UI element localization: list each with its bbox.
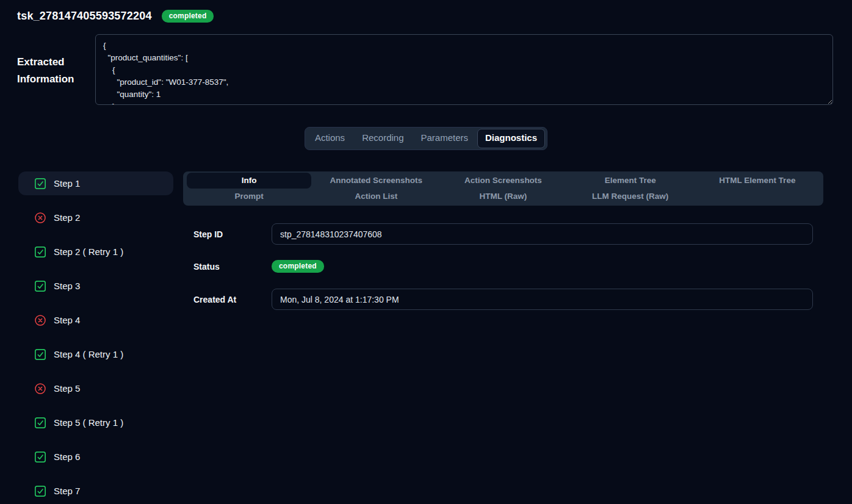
- subtab-info[interactable]: Info: [187, 173, 311, 189]
- status-row: Status completed: [193, 260, 813, 273]
- step-list-item[interactable]: Step 5: [18, 376, 173, 400]
- step-id-row: Step ID: [193, 223, 813, 245]
- step-label: Step 2: [54, 212, 80, 223]
- tab-parameters[interactable]: Parameters: [413, 129, 477, 148]
- check-square-icon: [34, 485, 46, 497]
- step-label: Step 5: [54, 383, 80, 394]
- step-list-item[interactable]: Step 1: [18, 171, 173, 195]
- subtab-action-list[interactable]: Action List: [314, 189, 438, 204]
- step-label: Step 2 ( Retry 1 ): [54, 247, 123, 257]
- step-list-item[interactable]: Step 4: [18, 308, 173, 332]
- step-list-item[interactable]: Step 2: [18, 206, 173, 229]
- diagnostics-tab-bar: Info Annotated Screenshots Action Screen…: [183, 171, 823, 206]
- subtab-llm-request-raw[interactable]: LLM Request (Raw): [568, 189, 693, 204]
- subtab-html-raw[interactable]: HTML (Raw): [441, 189, 565, 204]
- step-list-item[interactable]: Step 7: [18, 479, 173, 503]
- main-tab-bar: Actions Recording Parameters Diagnostics: [305, 127, 547, 150]
- step-list-item[interactable]: Step 6: [18, 445, 173, 469]
- step-label: Step 4 ( Retry 1 ): [54, 349, 123, 359]
- tab-actions[interactable]: Actions: [307, 129, 353, 148]
- step-label: Step 7: [54, 486, 80, 496]
- step-id-input[interactable]: [272, 223, 813, 245]
- diagnostics-panel: Info Annotated Screenshots Action Screen…: [183, 171, 823, 504]
- status-label: Status: [193, 262, 272, 272]
- check-square-icon: [34, 178, 46, 190]
- task-status-badge: completed: [162, 10, 214, 23]
- check-square-icon: [34, 280, 46, 292]
- steps-sidebar: Step 1 Step 2 Step 2 ( Retry 1 ) Step 3 …: [18, 171, 173, 504]
- step-list-item[interactable]: Step 4 ( Retry 1 ): [18, 342, 173, 366]
- extracted-json-textarea[interactable]: { "product_quantities": [ { "product_id"…: [95, 34, 833, 105]
- subtab-annotated-screenshots[interactable]: Annotated Screenshots: [314, 173, 438, 189]
- created-at-input[interactable]: [272, 289, 813, 310]
- step-label: Step 1: [54, 178, 80, 189]
- x-circle-icon: [34, 314, 46, 326]
- subtab-action-screenshots[interactable]: Action Screenshots: [441, 173, 565, 189]
- diagnostics-content: Step 1 Step 2 Step 2 ( Retry 1 ) Step 3 …: [0, 171, 852, 504]
- step-label: Step 4: [54, 315, 80, 325]
- created-at-row: Created At: [193, 289, 813, 310]
- step-status-badge: completed: [272, 260, 324, 273]
- step-label: Step 3: [54, 281, 80, 291]
- check-square-icon: [34, 417, 46, 429]
- step-list-item[interactable]: Step 5 ( Retry 1 ): [18, 411, 173, 434]
- check-square-icon: [34, 348, 46, 361]
- extracted-information-section: Extracted Information { "product_quantit…: [17, 34, 833, 105]
- step-list-item[interactable]: Step 3: [18, 274, 173, 298]
- task-header: tsk_278147405593572204 completed: [0, 0, 852, 23]
- tab-diagnostics[interactable]: Diagnostics: [477, 129, 545, 148]
- step-list-item[interactable]: Step 2 ( Retry 1 ): [18, 240, 173, 264]
- x-circle-icon: [34, 212, 46, 224]
- step-label: Step 5 ( Retry 1 ): [54, 417, 123, 428]
- tab-recording[interactable]: Recording: [354, 129, 411, 148]
- check-square-icon: [34, 451, 46, 463]
- created-at-label: Created At: [193, 295, 272, 304]
- subtab-prompt[interactable]: Prompt: [187, 189, 311, 204]
- step-label: Step 6: [54, 452, 80, 462]
- task-id-title: tsk_278147405593572204: [17, 10, 152, 23]
- subtab-html-element-tree[interactable]: HTML Element Tree: [695, 173, 820, 189]
- subtab-element-tree[interactable]: Element Tree: [568, 173, 693, 189]
- step-id-label: Step ID: [193, 229, 272, 239]
- x-circle-icon: [34, 383, 46, 395]
- step-info-fields: Step ID Status completed Created At: [183, 223, 823, 310]
- check-square-icon: [34, 246, 46, 258]
- extracted-information-label: Extracted Information: [17, 34, 95, 105]
